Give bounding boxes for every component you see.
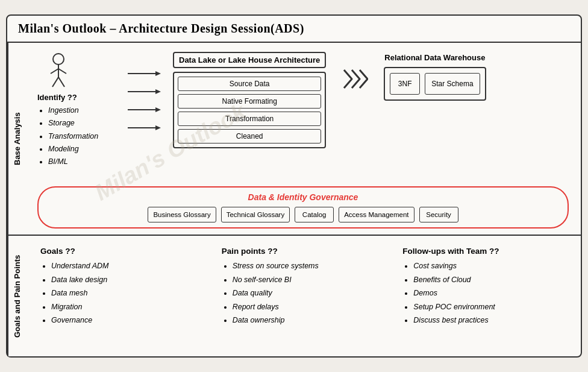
svg-marker-9 xyxy=(155,89,161,94)
rdw-title: Relational Data Warehouse xyxy=(383,52,486,63)
svg-marker-11 xyxy=(155,107,161,112)
top-section-wrapper: Milan's Outlook xyxy=(25,43,581,235)
arrows-area xyxy=(128,52,161,131)
person-area: Identify ?? Ingestion Storage Transforma… xyxy=(37,52,116,168)
identify-item: Storage xyxy=(48,117,98,130)
content-area: Base Analysis Milan's Outlook xyxy=(7,43,581,356)
gov-business-glossary: Business Glossary xyxy=(148,207,216,222)
rdw-3nf: 3NF xyxy=(390,73,420,95)
pain-list: Stress on source systems No self-service… xyxy=(222,259,385,327)
followup-item: Discuss best practices xyxy=(413,314,566,327)
identify-list: Ingestion Storage Transformation Modelin… xyxy=(37,104,98,168)
svg-line-4 xyxy=(52,77,58,87)
datalake-title: Data Lake or Lake House Architecture xyxy=(173,52,326,68)
double-chevron-icon xyxy=(341,64,368,94)
datalake-box: Source Data Native Formating Transformat… xyxy=(173,72,326,148)
page-title: Milan's Outlook – Architecture Design Se… xyxy=(18,22,304,35)
goals-list: Understand ADM Data lake design Data mes… xyxy=(40,259,204,327)
top-section-content: Identify ?? Ingestion Storage Transforma… xyxy=(25,43,581,181)
identify-item: Modeling xyxy=(48,143,98,156)
governance-items: Business Glossary Technical Glossary Cat… xyxy=(48,207,558,222)
base-analysis-label: Base Analysis xyxy=(7,43,25,235)
top-inner: Identify ?? Ingestion Storage Transforma… xyxy=(25,43,581,181)
rdw-star-schema: Star Schema xyxy=(425,73,480,95)
datalake-area: Data Lake or Lake House Architecture Sou… xyxy=(173,52,326,148)
pain-item: No self-service BI xyxy=(233,273,385,287)
goals-col: Goals ?? Understand ADM Data lake design… xyxy=(40,247,204,345)
followup-item: Benefits of Cloud xyxy=(413,273,566,287)
identify-item: Transformation xyxy=(48,130,98,143)
svg-line-5 xyxy=(58,77,64,87)
gov-catalog: Catalog xyxy=(295,207,334,222)
arrow-3 xyxy=(128,106,161,113)
goal-item: Migration xyxy=(51,300,204,314)
followups-col: Follow-ups with Team ?? Cost savings Ben… xyxy=(402,247,566,345)
identify-item: Ingestion xyxy=(48,104,98,117)
gov-security: Security xyxy=(419,207,458,222)
chevron-area xyxy=(338,52,371,94)
layer-native-formating: Native Formating xyxy=(178,94,321,109)
svg-line-3 xyxy=(58,69,66,74)
followup-item: Demos xyxy=(413,286,566,300)
svg-marker-7 xyxy=(155,71,161,76)
pain-title: Pain points ?? xyxy=(222,247,385,256)
top-section: Base Analysis Milan's Outlook xyxy=(7,43,581,236)
identify-item: BI/ML xyxy=(48,156,98,168)
layer-source-data: Source Data xyxy=(178,77,321,91)
person-icon xyxy=(43,52,74,88)
followups-list: Cost savings Benefits of Cloud Demos Set… xyxy=(402,259,566,327)
pain-item: Data quality xyxy=(233,286,385,300)
goal-item: Governance xyxy=(51,314,204,327)
goals-pain-label: Goals and Pain Points xyxy=(7,236,25,356)
layer-cleaned: Cleaned xyxy=(178,129,321,143)
layer-transformation: Transformation xyxy=(178,112,321,126)
svg-marker-13 xyxy=(155,125,161,130)
main-container: Milan's Outlook – Architecture Design Se… xyxy=(6,14,582,358)
goal-item: Data mesh xyxy=(51,286,204,300)
goal-item: Data lake design xyxy=(51,273,204,287)
bottom-inner: Goals ?? Understand ADM Data lake design… xyxy=(25,236,581,356)
followup-item: Setup POC environment xyxy=(413,300,566,314)
pain-item: Report delays xyxy=(233,300,385,314)
governance-title: Data & Identity Governance xyxy=(48,192,558,202)
title-bar: Milan's Outlook – Architecture Design Se… xyxy=(7,16,581,43)
rdw-box: 3NF Star Schema xyxy=(384,67,486,101)
identify-label: Identify ?? xyxy=(37,93,77,102)
gov-technical-glossary: Technical Glossary xyxy=(221,207,290,222)
pain-col: Pain points ?? Stress on source systems … xyxy=(222,247,385,345)
arrow-1 xyxy=(128,70,161,77)
followup-item: Cost savings xyxy=(413,259,566,273)
goals-title: Goals ?? xyxy=(40,247,204,256)
goal-item: Understand ADM xyxy=(51,259,204,273)
rdw-area: Relational Data Warehouse 3NF Star Schem… xyxy=(383,52,486,101)
gov-access-management: Access Management xyxy=(339,207,414,222)
arrow-4 xyxy=(128,124,161,131)
pain-item: Data ownership xyxy=(233,314,385,327)
svg-line-2 xyxy=(51,69,58,74)
arrow-2 xyxy=(128,88,161,95)
followups-title: Follow-ups with Team ?? xyxy=(402,247,566,256)
pain-item: Stress on source systems xyxy=(233,259,385,273)
svg-point-0 xyxy=(53,54,64,65)
bottom-section: Goals and Pain Points Goals ?? Understan… xyxy=(7,236,581,356)
governance-section: Data & Identity Governance Business Glos… xyxy=(37,186,569,229)
